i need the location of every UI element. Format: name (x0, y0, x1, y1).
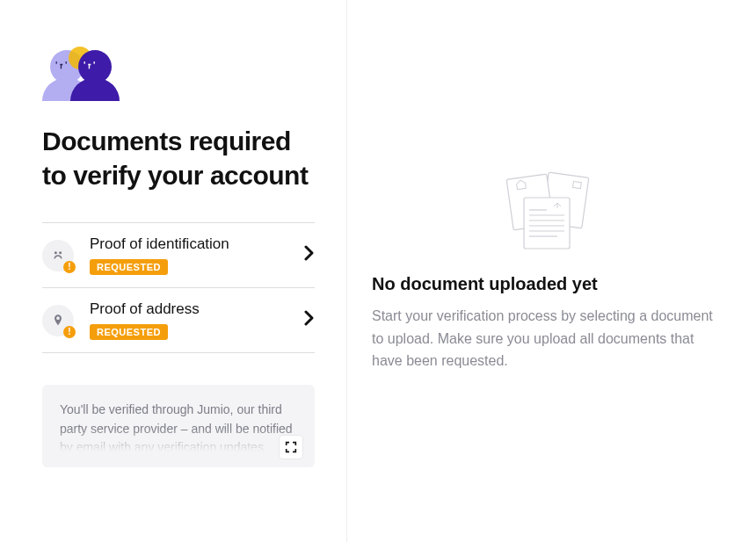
doc-item-proof-of-address[interactable]: ! Proof of address REQUESTED (42, 288, 315, 353)
alert-badge-icon: ! (63, 261, 76, 273)
requirements-panel: ' ז ' ' ז ' Documents required to verify… (0, 0, 347, 542)
documents-illustration (372, 171, 721, 255)
expand-icon (284, 440, 298, 454)
svg-point-1 (60, 251, 62, 253)
id-icon: ! (42, 240, 74, 271)
page-title: Documents required to verify your accoun… (42, 124, 315, 192)
status-badge: REQUESTED (90, 259, 168, 275)
doc-item-proof-of-identification[interactable]: ! Proof of identification REQUESTED (42, 223, 315, 288)
alert-badge-icon: ! (63, 326, 76, 338)
empty-state-description: Start your verification process by selec… (372, 305, 721, 372)
verification-page: ' ז ' ' ז ' Documents required to verify… (0, 0, 756, 542)
document-list: ! Proof of identification REQUESTED ! (42, 222, 315, 353)
chevron-right-icon (304, 310, 315, 330)
upload-panel: No document uploaded yet Start your veri… (347, 0, 756, 542)
doc-title: Proof of identification (90, 235, 288, 253)
svg-point-0 (55, 251, 57, 253)
verification-notice: You'll be verified through Jumio, our th… (42, 385, 315, 467)
expand-button[interactable] (280, 436, 302, 459)
svg-rect-4 (524, 198, 570, 249)
people-illustration: ' ז ' ' ז ' (42, 40, 126, 101)
empty-state-title: No document uploaded yet (372, 274, 598, 294)
chevron-right-icon (304, 245, 315, 265)
status-badge: REQUESTED (90, 324, 168, 340)
doc-title: Proof of address (90, 300, 288, 318)
notice-text: You'll be verified through Jumio, our th… (60, 401, 297, 452)
location-pin-icon: ! (42, 305, 74, 336)
